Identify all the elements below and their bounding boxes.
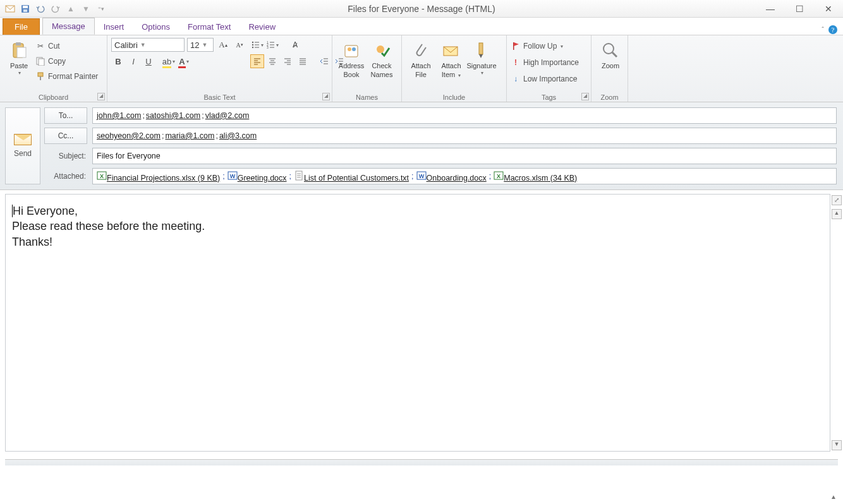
tab-options[interactable]: Options: [133, 19, 179, 35]
align-center-button[interactable]: [265, 54, 279, 68]
group-basic-text: Calibri▼ 12▼ A▴ A▾ B I U ab▾ A▾ ▾ 123▾: [107, 35, 332, 102]
paste-button[interactable]: Paste ▾: [4, 38, 34, 92]
svg-rect-11: [38, 73, 43, 76]
body-container: Hi Everyone, Please read these before th…: [0, 190, 843, 455]
svg-text:W: W: [229, 173, 235, 179]
tab-insert[interactable]: Insert: [95, 19, 133, 35]
group-names: AddressBook CheckNames Names: [332, 35, 402, 102]
undo-icon[interactable]: [34, 3, 47, 15]
envelope-icon: [14, 134, 32, 145]
file-icon: W: [227, 171, 238, 181]
highlight-button[interactable]: ab▾: [162, 54, 176, 68]
italic-button[interactable]: I: [126, 54, 140, 68]
attach-item-button[interactable]: AttachItem ▾: [436, 38, 466, 79]
font-name-combo[interactable]: Calibri▼: [111, 38, 185, 52]
subject-field[interactable]: Files for Everyone: [92, 148, 837, 164]
clear-formatting-button[interactable]: A̷: [288, 38, 302, 52]
attachment-item[interactable]: Greeting.docx: [238, 174, 287, 183]
decrease-indent-button[interactable]: [317, 54, 331, 68]
format-painter-button[interactable]: Format Painter: [35, 69, 98, 83]
copy-button[interactable]: Copy: [35, 54, 98, 68]
to-field[interactable]: john@1.com; satoshi@1.com; vlad@2.com: [92, 107, 837, 124]
svg-point-48: [348, 47, 351, 51]
quick-access-toolbar: ▲ ▼ ⁼▾: [0, 3, 107, 15]
attachments-field[interactable]: XFinancial Projections.xlsx (9 KB); WGre…: [92, 168, 837, 184]
next-icon[interactable]: ▼: [80, 3, 92, 15]
svg-marker-55: [514, 42, 519, 46]
prev-icon[interactable]: ▲: [64, 3, 77, 15]
bold-button[interactable]: B: [111, 54, 125, 68]
scissors-icon: ✂: [35, 41, 45, 51]
send-button[interactable]: Send: [5, 107, 40, 184]
align-left-button[interactable]: [250, 54, 264, 68]
cc-field[interactable]: seohyeon@2.com; maria@1.com; ali@3.com: [92, 128, 837, 144]
attach-file-button[interactable]: AttachFile: [406, 38, 436, 79]
clipboard-launcher[interactable]: ◢: [97, 93, 105, 100]
recipient-address[interactable]: john@1.com: [97, 111, 141, 120]
scroll-down-button[interactable]: ▼: [832, 440, 842, 450]
tab-file[interactable]: File: [3, 18, 40, 35]
attachment-item[interactable]: List of Potential Customers.txt: [304, 174, 409, 183]
address-book-icon: [341, 40, 361, 61]
low-importance-button[interactable]: ↓Low Importance: [511, 72, 587, 86]
recipient-address[interactable]: seohyeon@2.com: [97, 131, 161, 140]
to-button[interactable]: To...: [44, 107, 87, 124]
magnifier-icon: [600, 40, 621, 61]
font-size-combo[interactable]: 12▼: [187, 38, 214, 52]
attachment-item[interactable]: Onboarding.docx: [427, 174, 487, 183]
recipient-address[interactable]: satoshi@1.com: [146, 111, 200, 120]
down-arrow-icon: ↓: [511, 74, 521, 84]
grow-font-button[interactable]: A▴: [216, 38, 230, 52]
svg-rect-3: [23, 9, 27, 12]
tab-format-text[interactable]: Format Text: [179, 19, 240, 35]
justify-button[interactable]: [296, 54, 310, 68]
qat-customize-icon[interactable]: ⁼▾: [95, 3, 107, 15]
attachment-item[interactable]: Financial Projections.xlsx (9 KB): [107, 174, 220, 183]
chevron-down-icon: ▼: [140, 42, 146, 48]
recipient-address[interactable]: vlad@2.com: [205, 111, 250, 120]
cut-button[interactable]: ✂Cut: [35, 39, 98, 53]
chevron-down-icon: ▾: [458, 73, 461, 78]
footer-bar: [5, 459, 838, 465]
tab-message[interactable]: Message: [42, 18, 95, 35]
underline-button[interactable]: U: [142, 54, 155, 68]
collapse-indicator-icon[interactable]: ▲: [830, 493, 837, 500]
save-icon[interactable]: [19, 3, 32, 15]
address-book-button[interactable]: AddressBook: [336, 38, 367, 78]
exclamation-icon: !: [511, 57, 521, 68]
svg-marker-53: [479, 54, 483, 58]
redo-icon[interactable]: [49, 3, 62, 15]
app-icon[interactable]: [4, 3, 16, 15]
signature-button[interactable]: Signature▾: [466, 38, 497, 79]
align-right-button[interactable]: [281, 54, 294, 68]
high-importance-button[interactable]: !High Importance: [511, 56, 587, 69]
numbering-button[interactable]: 123▾: [265, 38, 279, 52]
message-body[interactable]: Hi Everyone, Please read these before th…: [5, 194, 830, 452]
font-color-button[interactable]: A▾: [177, 54, 191, 68]
expand-icon[interactable]: ⤢: [832, 195, 842, 205]
scroll-up-button[interactable]: ▲: [832, 209, 842, 219]
maximize-button[interactable]: ☐: [785, 0, 814, 18]
svg-rect-7: [16, 42, 21, 45]
zoom-button[interactable]: Zoom: [595, 38, 626, 69]
svg-rect-2: [23, 6, 28, 8]
recipient-address[interactable]: maria@1.com: [165, 131, 214, 140]
attachment-item[interactable]: Macros.xlsm (34 KB): [504, 174, 577, 183]
close-button[interactable]: ✕: [814, 0, 843, 18]
group-zoom: Zoom Zoom: [591, 35, 628, 102]
cc-button[interactable]: Cc...: [44, 128, 87, 144]
tags-launcher[interactable]: ◢: [581, 93, 589, 100]
minimize-button[interactable]: ―: [756, 0, 785, 18]
tab-review[interactable]: Review: [240, 19, 284, 35]
shrink-font-button[interactable]: A▾: [233, 38, 246, 52]
help-icon[interactable]: ?: [828, 25, 838, 35]
minimize-ribbon-icon[interactable]: ˆ: [822, 26, 824, 33]
window-title: Files for Everyone - Message (HTML): [0, 4, 843, 14]
check-names-button[interactable]: CheckNames: [367, 38, 397, 78]
bullets-button[interactable]: ▾: [250, 38, 264, 52]
ribbon-tabs: File Message Insert Options Format Text …: [0, 18, 843, 35]
basic-text-launcher[interactable]: ◢: [322, 93, 330, 100]
follow-up-button[interactable]: Follow Up ▾: [511, 39, 587, 53]
recipient-address[interactable]: ali@3.com: [219, 131, 257, 140]
attached-label: Attached:: [44, 172, 87, 181]
